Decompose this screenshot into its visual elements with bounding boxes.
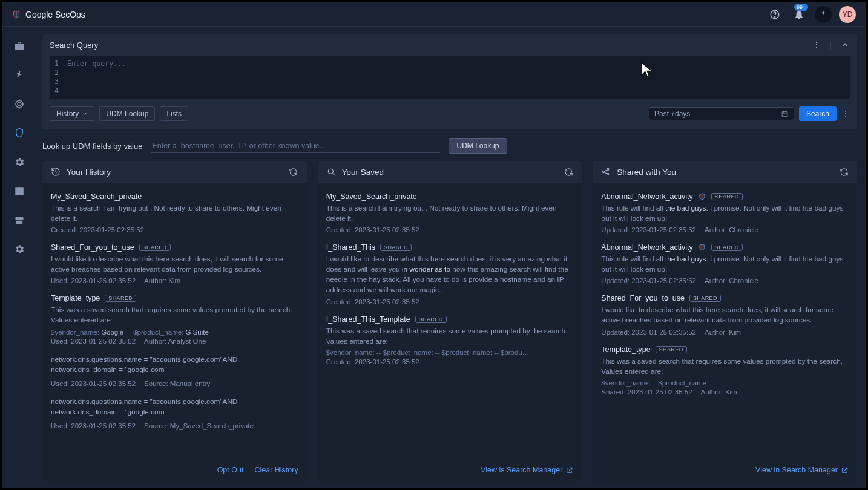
entry-params: $vendor_name: -- $product_name: -- <box>601 379 849 387</box>
opt-out-link[interactable]: Opt Out <box>217 466 244 474</box>
clear-history-link[interactable]: Clear History <box>254 466 298 474</box>
search-menu-icon[interactable] <box>841 105 850 122</box>
shared-badge: SHARED <box>711 193 743 200</box>
search-query-title: Search Query <box>50 41 98 50</box>
search-button[interactable]: Search <box>799 106 837 121</box>
notifications-icon[interactable]: 99+ <box>791 6 807 23</box>
entry-title: Shared_For_you_to_use <box>51 243 134 252</box>
list-item[interactable]: Template_typeSHAREDThis was a saved sear… <box>601 342 849 402</box>
nav-target-icon[interactable] <box>13 98 25 110</box>
entry-meta: Created: 2023-01-25 02:35:52 <box>51 226 298 234</box>
entry-meta: Used: 2023-01-25 02:35:52Author: Kim <box>51 277 298 284</box>
svg-point-10 <box>845 116 846 117</box>
entry-desc: This rule will find all the bad guys. I … <box>601 254 849 275</box>
raw-query: network.dns.questions.name = "accounts.g… <box>51 354 298 375</box>
entry-meta: Used: 2023-01-25 02:35:52Author: Analyst… <box>51 338 298 345</box>
entry-desc: I would like to describe what this here … <box>51 254 298 275</box>
shared-badge: SHARED <box>711 244 743 251</box>
entry-meta: Updated: 2023-01-25 02:35:52Author: Kim <box>601 328 849 336</box>
view-search-manager-link[interactable]: View in Search Manager <box>755 466 849 474</box>
ai-sparkle-button[interactable] <box>815 6 832 23</box>
entry-title: Template_type <box>51 294 100 302</box>
list-item[interactable]: Shared_For_you_to_useSHAREDI would like … <box>51 240 298 290</box>
list-item[interactable]: network.dns.questions.name = "accounts.g… <box>51 393 298 436</box>
entry-title: My_Saved_Search_private <box>51 192 142 201</box>
shared-badge: SHARED <box>656 346 687 353</box>
nav-store-icon[interactable] <box>13 214 25 226</box>
udm-lookup-tab-button[interactable]: UDM Lookup <box>99 106 155 121</box>
svg-point-8 <box>845 111 846 112</box>
shared-badge: SHARED <box>689 295 721 302</box>
open-in-new-icon <box>565 466 573 474</box>
list-item[interactable]: My_Saved_Search_privateThis is a search … <box>51 189 298 240</box>
refresh-icon[interactable] <box>564 167 573 177</box>
entry-desc: This is a search I am trying out . Not r… <box>326 203 574 224</box>
list-item[interactable]: Abnormal_Network_activitySHAREDThis rule… <box>601 240 849 290</box>
svg-point-14 <box>607 173 609 175</box>
list-item[interactable]: Template_typeSHAREDThis was a saved sear… <box>51 290 298 350</box>
avatar[interactable]: YD <box>839 6 856 23</box>
list-item[interactable]: I_Shared_ThisSHAREDI would like to descr… <box>326 240 574 311</box>
entry-meta: Created: 2023-01-25 02:35:52 <box>326 226 574 234</box>
entry-meta: Created: 2023-01-25 02:35:52 <box>326 358 574 365</box>
view-search-manager-link[interactable]: View is Search Manager <box>481 466 573 474</box>
search-query-panel: Search Query | 1234 <box>42 34 857 129</box>
panel-menu-icon[interactable] <box>812 40 821 50</box>
brand: Google SecOps <box>12 10 85 19</box>
card-title: Shared with You <box>617 168 676 177</box>
svg-point-6 <box>816 47 817 48</box>
nav-pin-icon[interactable] <box>13 69 25 81</box>
udm-lookup-row: Look up UDM fields by value UDM Lookup <box>42 136 857 155</box>
list-item[interactable]: Shared_For_you_to_useSHAREDI would like … <box>601 290 849 341</box>
udm-lookup-button[interactable]: UDM Lookup <box>449 138 507 154</box>
side-rail <box>2 27 36 488</box>
nav-settings-icon[interactable] <box>13 243 25 255</box>
lists-button[interactable]: Lists <box>160 106 188 121</box>
collapse-icon[interactable] <box>840 40 850 50</box>
udm-lookup-label: Look up UDM fields by value <box>42 142 142 151</box>
shared-badge: SHARED <box>139 244 171 251</box>
date-range-picker[interactable]: Past 7days <box>649 107 794 120</box>
history-icon <box>51 167 61 177</box>
entry-params: $vendor_name: Google$product_name: G Sui… <box>51 328 298 336</box>
entry-desc: This was a saved search that requires so… <box>601 356 849 377</box>
list-item[interactable]: My_Saved_Search_privateThis is a search … <box>326 189 574 240</box>
entry-meta: Updated: 2023-01-25 02:35:52Author: Chro… <box>601 226 849 234</box>
source-logo-icon <box>698 243 706 252</box>
brand-text: Google SecOps <box>25 10 85 19</box>
list-item[interactable]: network.dns.questions.name = "accounts.g… <box>51 351 298 393</box>
svg-rect-7 <box>782 111 787 116</box>
list-item[interactable]: Abnormal_Network_activitySHAREDThis rule… <box>601 189 849 240</box>
history-button[interactable]: History <box>50 106 94 121</box>
svg-point-5 <box>816 44 817 45</box>
help-icon[interactable] <box>766 6 783 23</box>
query-editor[interactable]: 1234 Enter query... <box>50 56 850 99</box>
editor-gutter: 1234 <box>54 59 65 96</box>
svg-point-13 <box>607 168 609 170</box>
udm-lookup-input[interactable] <box>151 139 440 153</box>
refresh-icon[interactable] <box>839 167 849 177</box>
shared-with-you-card: Shared with You Abnormal_Network_activit… <box>593 161 857 482</box>
shared-badge: SHARED <box>415 316 447 323</box>
nav-briefcase-icon[interactable] <box>13 40 25 52</box>
shared-badge: SHARED <box>380 244 412 251</box>
card-title: Your History <box>67 168 111 177</box>
list-item[interactable]: I_Shared_This_TemplateSHAREDThis was a s… <box>326 312 574 371</box>
entry-meta: Updated: 2023-01-25 02:35:52Author: Chro… <box>601 277 849 284</box>
chevron-down-icon <box>82 111 88 117</box>
svg-point-3 <box>18 102 21 106</box>
entry-title: I_Shared_This <box>326 243 375 252</box>
nav-shield-icon[interactable] <box>13 127 25 139</box>
nav-gear-icon[interactable] <box>13 156 25 168</box>
refresh-icon[interactable] <box>289 167 298 177</box>
calendar-icon <box>781 110 789 118</box>
entry-desc: I would like to describe what this here … <box>326 254 574 295</box>
svg-point-4 <box>816 42 817 43</box>
svg-point-12 <box>603 171 605 172</box>
brand-shield-icon <box>12 10 21 19</box>
nav-chart-icon[interactable] <box>13 185 25 197</box>
shared-badge: SHARED <box>105 295 136 302</box>
entry-meta: Created: 2023-01-25 02:35:52 <box>326 298 574 305</box>
notification-badge: 99+ <box>794 4 808 11</box>
search-icon <box>326 167 336 177</box>
